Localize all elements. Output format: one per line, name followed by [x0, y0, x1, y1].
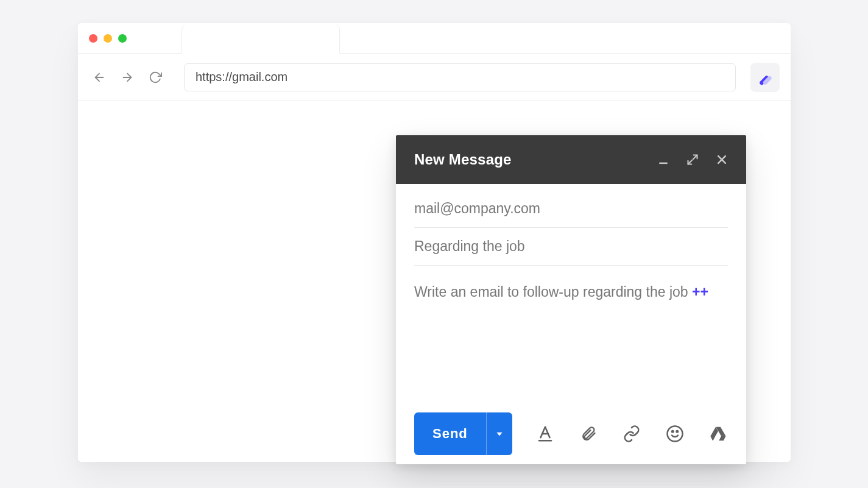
svg-marker-9	[496, 433, 502, 436]
arrow-right-icon	[121, 71, 134, 84]
body-field[interactable]: Write an email to follow-up regarding th…	[414, 266, 728, 403]
traffic-lights	[89, 34, 127, 43]
drive-icon	[709, 425, 727, 443]
subject-field[interactable]: Regarding the job	[414, 228, 728, 266]
minimize-icon	[657, 154, 669, 166]
browser-tab[interactable]	[182, 24, 340, 54]
to-value: mail@company.com	[414, 200, 540, 217]
svg-point-13	[672, 431, 674, 433]
expand-icon	[686, 154, 699, 166]
emoji-icon	[666, 425, 684, 443]
caret-down-icon	[495, 430, 504, 438]
svg-marker-16	[719, 436, 725, 441]
reload-icon	[149, 71, 162, 84]
svg-marker-15	[710, 427, 718, 441]
close-icon	[716, 154, 728, 166]
send-label: Send	[432, 426, 468, 442]
window-controls	[657, 154, 728, 166]
compose-window: New Message mail@company.com Regarding t…	[396, 135, 746, 464]
svg-marker-17	[710, 436, 715, 441]
extension-button[interactable]	[750, 63, 780, 92]
to-field[interactable]: mail@company.com	[414, 190, 728, 228]
back-button[interactable]	[89, 67, 110, 88]
address-bar[interactable]: https://gmail.com	[184, 63, 736, 91]
reload-button[interactable]	[145, 67, 166, 88]
arrow-left-icon	[93, 71, 106, 84]
compose-title: New Message	[414, 151, 657, 168]
svg-point-12	[667, 426, 682, 442]
subject-value: Regarding the job	[414, 238, 525, 255]
minimize-button[interactable]	[657, 154, 669, 166]
send-options-button[interactable]	[487, 412, 512, 455]
insert-emoji-button[interactable]	[665, 423, 685, 444]
compose-body: mail@company.com Regarding the job Write…	[396, 184, 746, 403]
body-trigger: ++	[692, 284, 708, 300]
body-text: Write an email to follow-up regarding th…	[414, 284, 692, 300]
insert-drive-button[interactable]	[708, 423, 728, 444]
extension-icon	[756, 68, 774, 87]
browser-toolbar: https://gmail.com	[78, 54, 791, 101]
send-button[interactable]: Send	[414, 412, 487, 455]
compose-toolbar: Send	[396, 403, 746, 464]
text-format-icon	[536, 425, 554, 443]
compose-header: New Message	[396, 135, 746, 184]
attach-button[interactable]	[579, 423, 599, 444]
send-button-group: Send	[414, 412, 512, 455]
close-compose-button[interactable]	[716, 154, 728, 166]
url-text: https://gmail.com	[196, 70, 288, 84]
insert-link-button[interactable]	[622, 423, 642, 444]
expand-button[interactable]	[686, 154, 699, 166]
formatting-button[interactable]	[535, 423, 556, 444]
svg-point-14	[676, 431, 678, 433]
fullscreen-window-button[interactable]	[118, 34, 127, 43]
close-window-button[interactable]	[89, 34, 97, 43]
link-icon	[623, 425, 641, 443]
minimize-window-button[interactable]	[104, 34, 112, 43]
tab-strip	[78, 23, 791, 54]
paperclip-icon	[580, 425, 597, 442]
forward-button[interactable]	[117, 67, 138, 88]
